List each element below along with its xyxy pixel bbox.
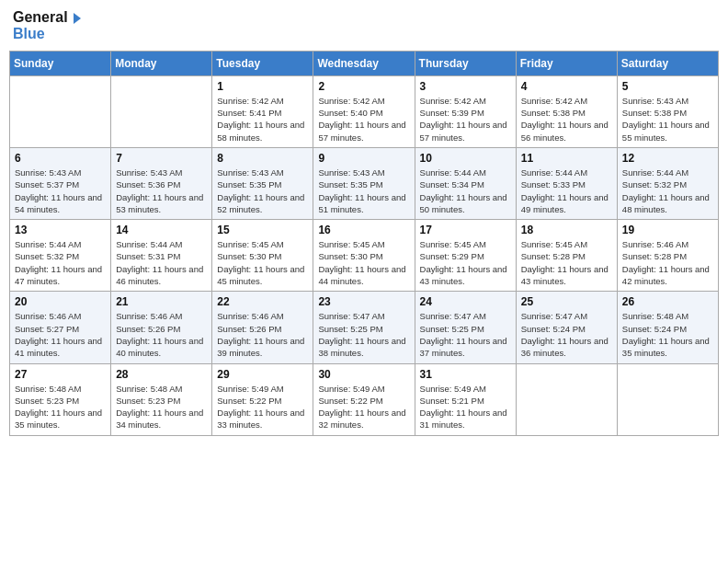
calendar-day-cell: 18Sunrise: 5:45 AM Sunset: 5:28 PM Dayli… (516, 220, 617, 292)
day-number: 15 (217, 224, 308, 236)
day-number: 18 (521, 224, 612, 236)
calendar-day-cell: 20Sunrise: 5:46 AM Sunset: 5:27 PM Dayli… (10, 292, 111, 363)
day-detail: Sunrise: 5:48 AM Sunset: 5:24 PM Dayligh… (622, 310, 713, 359)
day-number: 31 (420, 368, 511, 381)
day-detail: Sunrise: 5:42 AM Sunset: 5:38 PM Dayligh… (521, 95, 612, 144)
calendar-day-cell: 5Sunrise: 5:43 AM Sunset: 5:38 PM Daylig… (617, 75, 718, 147)
calendar-header-row: SundayMondayTuesdayWednesdayThursdayFrid… (10, 51, 719, 75)
day-number: 17 (420, 224, 511, 236)
calendar-week-row: 1Sunrise: 5:42 AM Sunset: 5:41 PM Daylig… (10, 75, 719, 147)
calendar-day-cell: 7Sunrise: 5:43 AM Sunset: 5:36 PM Daylig… (111, 147, 212, 219)
calendar-day-cell: 22Sunrise: 5:46 AM Sunset: 5:26 PM Dayli… (212, 292, 313, 363)
day-number: 19 (622, 224, 713, 236)
calendar-body: 1Sunrise: 5:42 AM Sunset: 5:41 PM Daylig… (10, 75, 719, 435)
day-number: 5 (622, 80, 713, 93)
calendar-header-cell: Thursday (415, 51, 516, 75)
day-detail: Sunrise: 5:44 AM Sunset: 5:34 PM Dayligh… (420, 167, 511, 215)
calendar-header-cell: Saturday (617, 51, 718, 75)
calendar-header-cell: Friday (516, 51, 617, 75)
calendar-day-cell (617, 363, 718, 435)
calendar-day-cell: 8Sunrise: 5:43 AM Sunset: 5:35 PM Daylig… (212, 147, 313, 219)
calendar-day-cell (111, 75, 212, 147)
day-number: 21 (116, 295, 207, 308)
day-number: 11 (521, 152, 612, 165)
calendar-day-cell: 26Sunrise: 5:48 AM Sunset: 5:24 PM Dayli… (617, 292, 718, 363)
calendar-day-cell: 23Sunrise: 5:47 AM Sunset: 5:25 PM Dayli… (313, 292, 415, 363)
calendar-day-cell: 19Sunrise: 5:46 AM Sunset: 5:28 PM Dayli… (617, 220, 718, 292)
day-detail: Sunrise: 5:49 AM Sunset: 5:21 PM Dayligh… (420, 383, 511, 431)
calendar-day-cell: 1Sunrise: 5:42 AM Sunset: 5:41 PM Daylig… (212, 75, 313, 147)
day-number: 28 (116, 368, 207, 381)
day-detail: Sunrise: 5:42 AM Sunset: 5:40 PM Dayligh… (318, 95, 409, 144)
calendar-day-cell: 25Sunrise: 5:47 AM Sunset: 5:24 PM Dayli… (516, 292, 617, 363)
day-detail: Sunrise: 5:44 AM Sunset: 5:31 PM Dayligh… (116, 238, 207, 287)
calendar-header-cell: Monday (111, 51, 212, 75)
calendar-header-cell: Tuesday (212, 51, 313, 75)
day-detail: Sunrise: 5:47 AM Sunset: 5:25 PM Dayligh… (420, 310, 511, 359)
day-detail: Sunrise: 5:43 AM Sunset: 5:35 PM Dayligh… (217, 167, 308, 215)
day-detail: Sunrise: 5:45 AM Sunset: 5:30 PM Dayligh… (318, 238, 409, 287)
day-number: 25 (521, 295, 612, 308)
calendar-header-cell: Wednesday (313, 51, 415, 75)
calendar-day-cell: 16Sunrise: 5:45 AM Sunset: 5:30 PM Dayli… (313, 220, 415, 292)
day-number: 14 (116, 224, 207, 236)
calendar-day-cell: 27Sunrise: 5:48 AM Sunset: 5:23 PM Dayli… (10, 363, 111, 435)
day-detail: Sunrise: 5:44 AM Sunset: 5:33 PM Dayligh… (521, 167, 612, 215)
day-number: 2 (318, 80, 409, 93)
day-detail: Sunrise: 5:43 AM Sunset: 5:35 PM Dayligh… (318, 167, 409, 215)
day-detail: Sunrise: 5:43 AM Sunset: 5:38 PM Dayligh… (622, 95, 713, 144)
day-detail: Sunrise: 5:43 AM Sunset: 5:36 PM Dayligh… (116, 167, 207, 215)
day-number: 3 (420, 80, 511, 93)
calendar-week-row: 27Sunrise: 5:48 AM Sunset: 5:23 PM Dayli… (10, 363, 719, 435)
day-number: 6 (15, 152, 106, 165)
calendar-day-cell: 29Sunrise: 5:49 AM Sunset: 5:22 PM Dayli… (212, 363, 313, 435)
calendar-day-cell: 12Sunrise: 5:44 AM Sunset: 5:32 PM Dayli… (617, 147, 718, 219)
day-number: 27 (15, 368, 106, 381)
logo: General Blue (13, 9, 83, 43)
calendar-day-cell: 9Sunrise: 5:43 AM Sunset: 5:35 PM Daylig… (313, 147, 415, 219)
day-detail: Sunrise: 5:48 AM Sunset: 5:23 PM Dayligh… (116, 383, 207, 431)
page-header: General Blue (9, 9, 719, 43)
day-number: 24 (420, 295, 511, 308)
day-number: 29 (217, 368, 308, 381)
calendar-week-row: 20Sunrise: 5:46 AM Sunset: 5:27 PM Dayli… (10, 292, 719, 363)
day-detail: Sunrise: 5:42 AM Sunset: 5:39 PM Dayligh… (420, 95, 511, 144)
day-number: 12 (622, 152, 713, 165)
day-number: 26 (622, 295, 713, 308)
day-detail: Sunrise: 5:48 AM Sunset: 5:23 PM Dayligh… (15, 383, 106, 431)
day-detail: Sunrise: 5:42 AM Sunset: 5:41 PM Dayligh… (217, 95, 308, 144)
day-detail: Sunrise: 5:49 AM Sunset: 5:22 PM Dayligh… (318, 383, 409, 431)
calendar-week-row: 13Sunrise: 5:44 AM Sunset: 5:32 PM Dayli… (10, 220, 719, 292)
day-number: 9 (318, 152, 409, 165)
calendar-day-cell: 14Sunrise: 5:44 AM Sunset: 5:31 PM Dayli… (111, 220, 212, 292)
day-number: 23 (318, 295, 409, 308)
day-detail: Sunrise: 5:45 AM Sunset: 5:29 PM Dayligh… (420, 238, 511, 287)
calendar-week-row: 6Sunrise: 5:43 AM Sunset: 5:37 PM Daylig… (10, 147, 719, 219)
day-detail: Sunrise: 5:44 AM Sunset: 5:32 PM Dayligh… (622, 167, 713, 215)
day-detail: Sunrise: 5:47 AM Sunset: 5:25 PM Dayligh… (318, 310, 409, 359)
calendar-day-cell (10, 75, 111, 147)
day-detail: Sunrise: 5:44 AM Sunset: 5:32 PM Dayligh… (15, 238, 106, 287)
day-number: 10 (420, 152, 511, 165)
day-number: 22 (217, 295, 308, 308)
day-detail: Sunrise: 5:46 AM Sunset: 5:26 PM Dayligh… (217, 310, 308, 359)
svg-marker-0 (74, 13, 81, 24)
calendar-day-cell: 10Sunrise: 5:44 AM Sunset: 5:34 PM Dayli… (415, 147, 516, 219)
calendar-day-cell: 17Sunrise: 5:45 AM Sunset: 5:29 PM Dayli… (415, 220, 516, 292)
day-number: 1 (217, 80, 308, 93)
calendar-day-cell: 15Sunrise: 5:45 AM Sunset: 5:30 PM Dayli… (212, 220, 313, 292)
day-detail: Sunrise: 5:46 AM Sunset: 5:28 PM Dayligh… (622, 238, 713, 287)
day-number: 30 (318, 368, 409, 381)
calendar-day-cell: 31Sunrise: 5:49 AM Sunset: 5:21 PM Dayli… (415, 363, 516, 435)
calendar-day-cell: 24Sunrise: 5:47 AM Sunset: 5:25 PM Dayli… (415, 292, 516, 363)
calendar-day-cell: 4Sunrise: 5:42 AM Sunset: 5:38 PM Daylig… (516, 75, 617, 147)
day-number: 20 (15, 295, 106, 308)
calendar-day-cell: 6Sunrise: 5:43 AM Sunset: 5:37 PM Daylig… (10, 147, 111, 219)
day-number: 7 (116, 152, 207, 165)
calendar-day-cell: 11Sunrise: 5:44 AM Sunset: 5:33 PM Dayli… (516, 147, 617, 219)
day-detail: Sunrise: 5:46 AM Sunset: 5:26 PM Dayligh… (116, 310, 207, 359)
day-detail: Sunrise: 5:47 AM Sunset: 5:24 PM Dayligh… (521, 310, 612, 359)
calendar-day-cell: 13Sunrise: 5:44 AM Sunset: 5:32 PM Dayli… (10, 220, 111, 292)
day-number: 13 (15, 224, 106, 236)
calendar-day-cell: 28Sunrise: 5:48 AM Sunset: 5:23 PM Dayli… (111, 363, 212, 435)
